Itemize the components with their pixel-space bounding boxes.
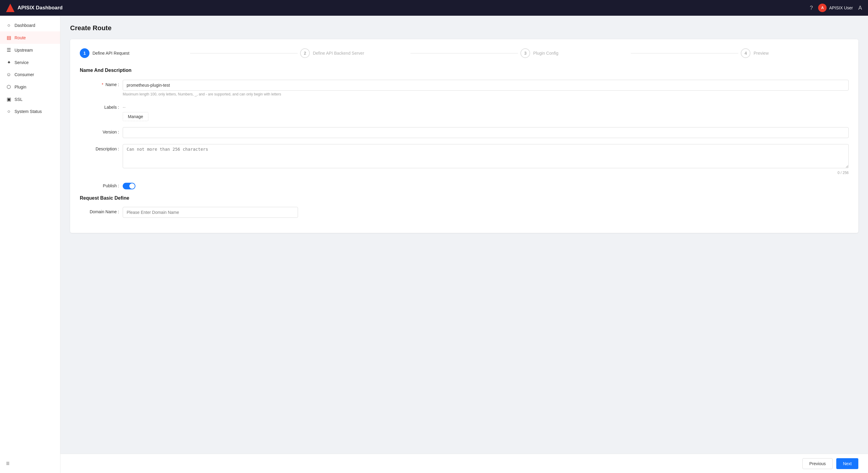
labels-label: Labels : bbox=[80, 102, 119, 110]
page-title: Create Route bbox=[70, 24, 858, 32]
sidebar-item-label: Route bbox=[14, 35, 26, 40]
name-required: * bbox=[102, 82, 103, 87]
publish-toggle[interactable] bbox=[123, 183, 135, 190]
publish-row: Publish : bbox=[80, 181, 849, 190]
name-row: * Name : Maximum length 100, only letter… bbox=[80, 80, 849, 96]
step-2-circle: 2 bbox=[300, 48, 310, 58]
description-textarea[interactable] bbox=[123, 144, 849, 168]
sidebar-item-label: Dashboard bbox=[14, 23, 35, 28]
ssl-icon: ▣ bbox=[6, 96, 11, 102]
sidebar-item-label: SSL bbox=[14, 97, 22, 102]
stepper: 1 Define API Request 2 Define API Backen… bbox=[80, 48, 849, 58]
topnav-left: APISIX Dashboard bbox=[6, 4, 63, 12]
section1-title: Name And Description bbox=[80, 68, 849, 73]
section2-title: Request Basic Define bbox=[80, 195, 849, 201]
sidebar-collapse[interactable]: ☰ bbox=[0, 458, 60, 469]
consumer-icon: ☺ bbox=[6, 72, 11, 77]
sidebar-item-plugin[interactable]: ⬡ Plugin bbox=[0, 81, 60, 93]
topnav: APISIX Dashboard ? A APISIX User A bbox=[0, 0, 868, 16]
topnav-right: ? A APISIX User A bbox=[810, 4, 862, 12]
name-field-wrap: Maximum length 100, only letters, Number… bbox=[123, 80, 849, 96]
description-label: Description : bbox=[80, 144, 119, 151]
service-icon: ✦ bbox=[6, 60, 11, 65]
domain-row: Domain Name : bbox=[80, 207, 849, 218]
plugin-icon: ⬡ bbox=[6, 84, 11, 90]
upstream-icon: ☰ bbox=[6, 47, 11, 53]
sidebar-item-route[interactable]: ▤ Route bbox=[0, 31, 60, 44]
description-row: Description : 0 / 256 bbox=[80, 144, 849, 175]
labels-row: Labels : -- Manage bbox=[80, 102, 849, 121]
layout: ○ Dashboard ▤ Route ☰ Upstream ✦ Service… bbox=[0, 16, 868, 473]
labels-value: -- bbox=[123, 102, 849, 110]
step-4: 4 Preview bbox=[741, 48, 849, 58]
user-menu[interactable]: A APISIX User bbox=[818, 4, 853, 12]
version-input[interactable] bbox=[123, 127, 849, 138]
step-2: 2 Define API Backend Server bbox=[300, 48, 408, 58]
previous-button[interactable]: Previous bbox=[802, 458, 833, 469]
next-button[interactable]: Next bbox=[836, 458, 858, 469]
sidebar-item-label: Upstream bbox=[14, 48, 33, 53]
apisix-logo-icon bbox=[6, 4, 14, 12]
step-3-label: Plugin Config bbox=[533, 51, 558, 56]
main-content: Create Route 1 Define API Request 2 Defi… bbox=[60, 16, 868, 473]
step-2-label: Define API Backend Server bbox=[313, 51, 364, 56]
step-4-circle: 4 bbox=[741, 48, 750, 58]
description-field-wrap: 0 / 256 bbox=[123, 144, 849, 175]
publish-label: Publish : bbox=[80, 181, 119, 188]
sidebar-item-upstream[interactable]: ☰ Upstream bbox=[0, 44, 60, 56]
translate-icon[interactable]: A bbox=[858, 5, 862, 11]
route-icon: ▤ bbox=[6, 35, 11, 40]
step-line-1 bbox=[190, 53, 298, 54]
avatar: A bbox=[818, 4, 827, 12]
bottom-bar: Previous Next bbox=[60, 454, 868, 473]
step-1: 1 Define API Request bbox=[80, 48, 188, 58]
domain-input[interactable] bbox=[123, 207, 298, 218]
system-status-icon: ○ bbox=[6, 109, 11, 114]
step-1-circle: 1 bbox=[80, 48, 89, 58]
sidebar-item-service[interactable]: ✦ Service bbox=[0, 56, 60, 69]
publish-toggle-wrap bbox=[123, 181, 849, 190]
step-3-circle: 3 bbox=[521, 48, 530, 58]
sidebar: ○ Dashboard ▤ Route ☰ Upstream ✦ Service… bbox=[0, 16, 60, 473]
name-label: * Name : bbox=[80, 80, 119, 87]
collapse-icon: ☰ bbox=[6, 461, 10, 466]
step-3: 3 Plugin Config bbox=[521, 48, 628, 58]
sidebar-item-ssl[interactable]: ▣ SSL bbox=[0, 93, 60, 105]
sidebar-item-dashboard[interactable]: ○ Dashboard bbox=[0, 19, 60, 31]
sidebar-item-consumer[interactable]: ☺ Consumer bbox=[0, 69, 60, 81]
step-line-3 bbox=[631, 53, 739, 54]
app-title: APISIX Dashboard bbox=[18, 5, 63, 11]
char-count: 0 / 256 bbox=[123, 171, 849, 175]
sidebar-item-label: Plugin bbox=[14, 85, 26, 90]
dashboard-icon: ○ bbox=[6, 23, 11, 28]
domain-label: Domain Name : bbox=[80, 207, 119, 214]
version-field-wrap bbox=[123, 127, 849, 138]
name-hint: Maximum length 100, only letters, Number… bbox=[123, 92, 849, 96]
user-label: APISIX User bbox=[829, 5, 853, 10]
name-input[interactable] bbox=[123, 80, 849, 91]
version-label: Version : bbox=[80, 127, 119, 134]
step-4-label: Preview bbox=[753, 51, 769, 56]
version-row: Version : bbox=[80, 127, 849, 138]
step-line-2 bbox=[410, 53, 518, 54]
create-route-card: 1 Define API Request 2 Define API Backen… bbox=[70, 39, 858, 233]
help-icon[interactable]: ? bbox=[810, 5, 813, 11]
sidebar-item-label: System Status bbox=[14, 109, 42, 114]
sidebar-item-label: Service bbox=[14, 60, 29, 65]
labels-content: -- Manage bbox=[123, 102, 849, 121]
sidebar-item-label: Consumer bbox=[14, 72, 34, 77]
step-1-label: Define API Request bbox=[92, 51, 129, 56]
domain-field-wrap bbox=[123, 207, 849, 218]
manage-button[interactable]: Manage bbox=[123, 112, 148, 121]
toggle-slider bbox=[123, 183, 135, 190]
sidebar-item-system-status[interactable]: ○ System Status bbox=[0, 105, 60, 117]
